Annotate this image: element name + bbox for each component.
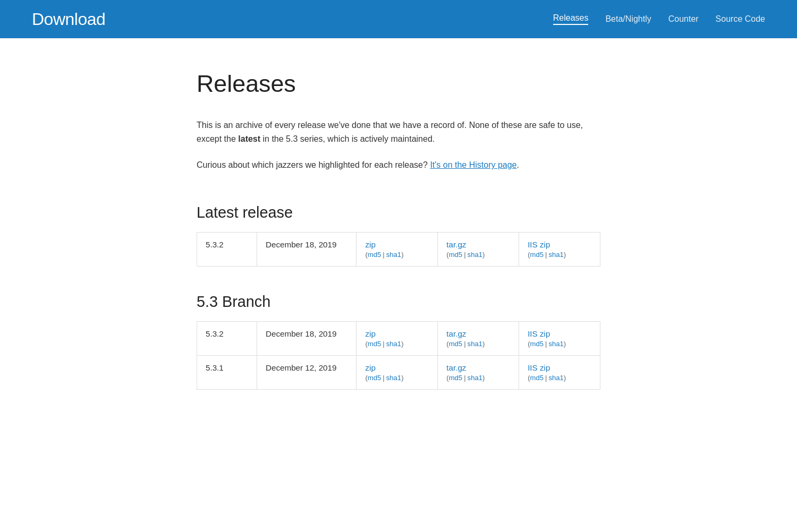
zip-hash-links: (md5|sha1) bbox=[365, 374, 429, 382]
zip-cell: zip (md5|sha1) bbox=[357, 232, 438, 266]
iiszip-md5-link[interactable]: md5 bbox=[530, 251, 544, 259]
iiszip-sha1-link[interactable]: sha1 bbox=[548, 251, 563, 259]
date-cell: December 12, 2019 bbox=[257, 355, 357, 389]
separator: | bbox=[464, 340, 465, 348]
version-cell: 5.3.1 bbox=[197, 355, 257, 389]
version-label: 5.3.2 bbox=[206, 329, 224, 338]
nav-releases[interactable]: Releases bbox=[553, 13, 589, 25]
branch-53-title: 5.3 Branch bbox=[197, 293, 600, 311]
version-cell: 5.3.2 bbox=[197, 321, 257, 355]
separator: | bbox=[383, 340, 384, 348]
date-cell: December 18, 2019 bbox=[257, 232, 357, 266]
iiszip-md5-link[interactable]: md5 bbox=[530, 374, 544, 382]
iiszip-sha1-link[interactable]: sha1 bbox=[548, 374, 563, 382]
targz-hash-links: (md5|sha1) bbox=[446, 374, 510, 382]
targz-link[interactable]: tar.gz bbox=[446, 329, 510, 338]
date-cell: December 18, 2019 bbox=[257, 321, 357, 355]
history-link[interactable]: It's on the History page bbox=[430, 160, 516, 169]
description-text: This is an archive of every release we'v… bbox=[197, 118, 600, 145]
separator: | bbox=[383, 374, 384, 382]
zip-sha1-link[interactable]: sha1 bbox=[386, 340, 401, 348]
separator: | bbox=[383, 251, 384, 259]
targz-hash-links: (md5|sha1) bbox=[446, 251, 510, 259]
main-content: Releases This is an archive of every rel… bbox=[186, 38, 611, 459]
targz-md5-link[interactable]: md5 bbox=[449, 251, 463, 259]
targz-md5-link[interactable]: md5 bbox=[449, 340, 463, 348]
date-label: December 12, 2019 bbox=[266, 363, 336, 372]
separator: | bbox=[545, 340, 547, 348]
latest-release-table: 5.3.2 December 18, 2019 zip (md5|sha1) t… bbox=[197, 232, 600, 267]
iiszip-cell: IIS zip (md5|sha1) bbox=[519, 355, 600, 389]
targz-md5-link[interactable]: md5 bbox=[449, 374, 463, 382]
header-nav: Releases Beta/Nightly Counter Source Cod… bbox=[553, 13, 765, 25]
iiszip-link[interactable]: IIS zip bbox=[528, 363, 591, 372]
zip-link[interactable]: zip bbox=[365, 363, 429, 372]
history-period: . bbox=[517, 160, 519, 169]
version-label: 5.3.1 bbox=[206, 363, 224, 372]
table-row: 5.3.2 December 18, 2019 zip (md5|sha1) t… bbox=[197, 321, 600, 355]
zip-md5-link[interactable]: md5 bbox=[368, 251, 381, 259]
iiszip-link[interactable]: IIS zip bbox=[528, 329, 591, 338]
zip-hash-links: (md5|sha1) bbox=[365, 340, 429, 348]
header: Download Releases Beta/Nightly Counter S… bbox=[0, 0, 797, 38]
iiszip-sha1-link[interactable]: sha1 bbox=[548, 340, 563, 348]
targz-link[interactable]: tar.gz bbox=[446, 240, 510, 249]
date-label: December 18, 2019 bbox=[266, 240, 336, 249]
iiszip-hash-links: (md5|sha1) bbox=[528, 340, 591, 348]
nav-counter[interactable]: Counter bbox=[668, 14, 699, 24]
zip-sha1-link[interactable]: sha1 bbox=[386, 251, 401, 259]
table-row: 5.3.1 December 12, 2019 zip (md5|sha1) t… bbox=[197, 355, 600, 389]
iiszip-md5-link[interactable]: md5 bbox=[530, 340, 544, 348]
targz-cell: tar.gz (md5|sha1) bbox=[438, 232, 519, 266]
nav-beta-nightly[interactable]: Beta/Nightly bbox=[605, 14, 651, 24]
nav-source-code[interactable]: Source Code bbox=[716, 14, 765, 24]
targz-cell: tar.gz (md5|sha1) bbox=[438, 321, 519, 355]
curious-paragraph: Curious about which jazzers we highlight… bbox=[197, 158, 600, 172]
latest-release-section: Latest release 5.3.2 December 18, 2019 z… bbox=[197, 204, 600, 267]
version-label: 5.3.2 bbox=[206, 240, 224, 249]
zip-md5-link[interactable]: md5 bbox=[368, 340, 381, 348]
zip-cell: zip (md5|sha1) bbox=[357, 321, 438, 355]
latest-release-title: Latest release bbox=[197, 204, 600, 221]
separator: | bbox=[545, 374, 547, 382]
separator: | bbox=[464, 251, 465, 259]
zip-link[interactable]: zip bbox=[365, 329, 429, 338]
curious-text: Curious about which jazzers we highlight… bbox=[197, 160, 428, 169]
separator: | bbox=[545, 251, 547, 259]
iiszip-hash-links: (md5|sha1) bbox=[528, 374, 591, 382]
branch-53-table: 5.3.2 December 18, 2019 zip (md5|sha1) t… bbox=[197, 321, 600, 390]
description-bold: latest bbox=[238, 134, 260, 143]
branch-53-section: 5.3 Branch 5.3.2 December 18, 2019 zip (… bbox=[197, 293, 600, 390]
separator: | bbox=[464, 374, 465, 382]
targz-sha1-link[interactable]: sha1 bbox=[468, 340, 482, 348]
zip-cell: zip (md5|sha1) bbox=[357, 355, 438, 389]
iiszip-cell: IIS zip (md5|sha1) bbox=[519, 232, 600, 266]
targz-hash-links: (md5|sha1) bbox=[446, 340, 510, 348]
iiszip-hash-links: (md5|sha1) bbox=[528, 251, 591, 259]
targz-sha1-link[interactable]: sha1 bbox=[468, 374, 482, 382]
page-title: Releases bbox=[197, 70, 600, 97]
version-cell: 5.3.2 bbox=[197, 232, 257, 266]
zip-link[interactable]: zip bbox=[365, 240, 429, 249]
targz-link[interactable]: tar.gz bbox=[446, 363, 510, 372]
zip-md5-link[interactable]: md5 bbox=[368, 374, 381, 382]
table-row: 5.3.2 December 18, 2019 zip (md5|sha1) t… bbox=[197, 232, 600, 266]
zip-sha1-link[interactable]: sha1 bbox=[386, 374, 401, 382]
description-part2: in the 5.3 series, which is actively mai… bbox=[260, 134, 435, 143]
zip-hash-links: (md5|sha1) bbox=[365, 251, 429, 259]
site-title: Download bbox=[32, 10, 105, 29]
targz-sha1-link[interactable]: sha1 bbox=[468, 251, 482, 259]
targz-cell: tar.gz (md5|sha1) bbox=[438, 355, 519, 389]
iiszip-cell: IIS zip (md5|sha1) bbox=[519, 321, 600, 355]
iiszip-link[interactable]: IIS zip bbox=[528, 240, 591, 249]
date-label: December 18, 2019 bbox=[266, 329, 336, 338]
